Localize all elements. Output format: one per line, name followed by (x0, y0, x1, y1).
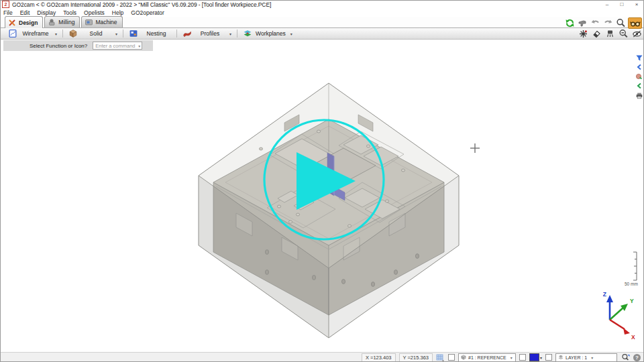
redo-icon[interactable] (602, 18, 613, 28)
design-toolbar: Wireframe ▾ Solid ▾ Nesting Profiles ▾ (0, 28, 644, 40)
axis-z-label: Z (603, 291, 606, 298)
collapse-left-green-icon[interactable] (635, 82, 643, 90)
workplanes-icon (243, 29, 252, 38)
restore-button[interactable]: □ (614, 1, 629, 9)
y-coordinate: Y =215.363 (399, 353, 433, 362)
reference-dropdown-icon[interactable]: ▾ (511, 355, 513, 360)
color-dropdown-icon[interactable]: ▾ (540, 355, 542, 360)
collapse-left-blue-icon[interactable] (635, 63, 643, 71)
axis-y-label: Y (630, 298, 634, 304)
grid-snap-icon[interactable] (436, 353, 445, 361)
zoom-selection-icon[interactable] (621, 353, 630, 361)
tab-milling-label: Milling (58, 19, 74, 25)
clean-brush-icon[interactable] (604, 29, 615, 39)
command-dropdown-icon[interactable]: ▾ (138, 44, 140, 48)
pick-tool-icon[interactable] (577, 18, 588, 28)
eraser-icon[interactable] (591, 29, 602, 39)
color-picker[interactable]: ▾ (529, 353, 542, 361)
solid-label: Solid (81, 30, 111, 37)
layer-select[interactable]: LAYER : 1 ▾ (555, 353, 617, 362)
command-input[interactable]: Enter a command ▾ (93, 42, 142, 50)
stock-block (199, 83, 459, 338)
wireframe-button[interactable]: Wireframe ▾ (4, 28, 61, 39)
material-icon[interactable] (635, 72, 643, 80)
tab-milling[interactable]: Milling (44, 16, 80, 27)
solid-dropdown[interactable]: ▾ (115, 32, 117, 36)
reference-cube-icon (461, 355, 466, 360)
axis-x-label: X (631, 334, 635, 341)
status-bar: X =123.403 Y =215.363 #1 : REFERENCE ▾ ▾… (0, 352, 644, 362)
regenerate-icon[interactable] (564, 18, 575, 28)
visibility-eye-icon[interactable] (631, 29, 642, 39)
minimize-button[interactable]: – (600, 1, 614, 9)
wireframe-icon (8, 29, 17, 38)
reference-checkbox[interactable] (448, 354, 455, 361)
workpiece-scene: 50 mm Z Y X (0, 51, 644, 352)
toolbar-separator (176, 29, 177, 38)
color-checkbox[interactable] (519, 354, 526, 361)
view-toolbar-top (564, 17, 642, 29)
crosshair-cursor (470, 143, 480, 153)
design-tab-icon (8, 19, 17, 27)
layer-checkbox[interactable] (545, 354, 552, 361)
layer-select-value: LAYER : 1 (566, 355, 587, 360)
machine-tab-icon (85, 18, 93, 26)
nesting-button[interactable]: Nesting (125, 28, 175, 39)
app-icon: 2 (2, 1, 9, 8)
menu-help[interactable]: Help (112, 9, 123, 16)
workplanes-label: Workplanes (256, 30, 286, 37)
view-toolbar-bottom (578, 29, 642, 39)
layer-dropdown-icon[interactable]: ▾ (591, 355, 593, 360)
workplanes-button[interactable]: Workplanes ▾ (239, 28, 297, 39)
menu-opelists[interactable]: Opelists (84, 9, 105, 16)
tab-machine[interactable]: Machine (81, 16, 122, 27)
milling-tab-icon (48, 18, 56, 26)
command-prompt-label: Select Function or Icon? (30, 43, 87, 49)
profiles-dropdown[interactable]: ▾ (229, 32, 231, 36)
solid-icon (68, 29, 78, 38)
undo-icon[interactable] (590, 18, 600, 28)
menu-edit[interactable]: Edit (20, 9, 30, 16)
nesting-icon (129, 29, 138, 38)
help-icon[interactable]: ? (633, 354, 641, 361)
profiles-button[interactable]: Profiles ▾ (178, 28, 235, 39)
layers-icon (558, 355, 564, 360)
command-bar: Select Function or Icon? Enter a command… (3, 40, 153, 51)
edge-toolbar (635, 54, 643, 99)
close-button[interactable]: × (629, 1, 644, 9)
toolbar-separator (123, 29, 123, 38)
glasses-icon[interactable] (628, 17, 642, 29)
menu-file[interactable]: File (3, 9, 13, 16)
menu-go2operator[interactable]: GO2operator (131, 9, 164, 16)
window-title: GO2cam < © GO2cam International 2009 - 2… (12, 1, 271, 8)
viewport-3d[interactable]: 50 mm Z Y X (0, 51, 644, 352)
profiles-icon (182, 29, 192, 38)
toolbar-separator (62, 29, 63, 38)
nesting-label: Nesting (142, 30, 171, 37)
title-bar: 2 GO2cam < © GO2cam International 2009 -… (0, 0, 644, 9)
profiles-label: Profiles (195, 30, 225, 37)
x-coordinate: X =123.403 (362, 353, 396, 362)
zoom-in-icon[interactable] (615, 18, 626, 28)
tab-machine-label: Machine (95, 19, 117, 25)
command-input-placeholder: Enter a command (95, 43, 135, 49)
delete-elements-icon[interactable] (578, 29, 588, 39)
printer-icon[interactable] (635, 91, 643, 99)
axes-triad: Z Y X (603, 291, 635, 341)
toolbar-separator (237, 29, 237, 38)
solid-button[interactable]: Solid ▾ (64, 28, 121, 39)
menu-display[interactable]: Display (37, 9, 56, 16)
tab-design[interactable]: Design (5, 16, 43, 28)
tab-design-label: Design (19, 19, 38, 26)
menu-tools[interactable]: Tools (63, 9, 76, 16)
scale-label: 50 mm (625, 282, 638, 286)
reference-select-value: #1 : REFERENCE (468, 355, 506, 360)
workplanes-dropdown[interactable]: ▾ (290, 32, 292, 36)
filter-icon[interactable] (635, 54, 643, 62)
reference-select[interactable]: #1 : REFERENCE ▾ (458, 353, 516, 362)
zoom-window-icon[interactable] (618, 29, 629, 39)
current-color-swatch[interactable] (529, 353, 539, 361)
wireframe-label: Wireframe (21, 30, 50, 37)
wireframe-dropdown[interactable]: ▾ (55, 32, 57, 36)
scale-ruler: 50 mm (625, 252, 638, 286)
